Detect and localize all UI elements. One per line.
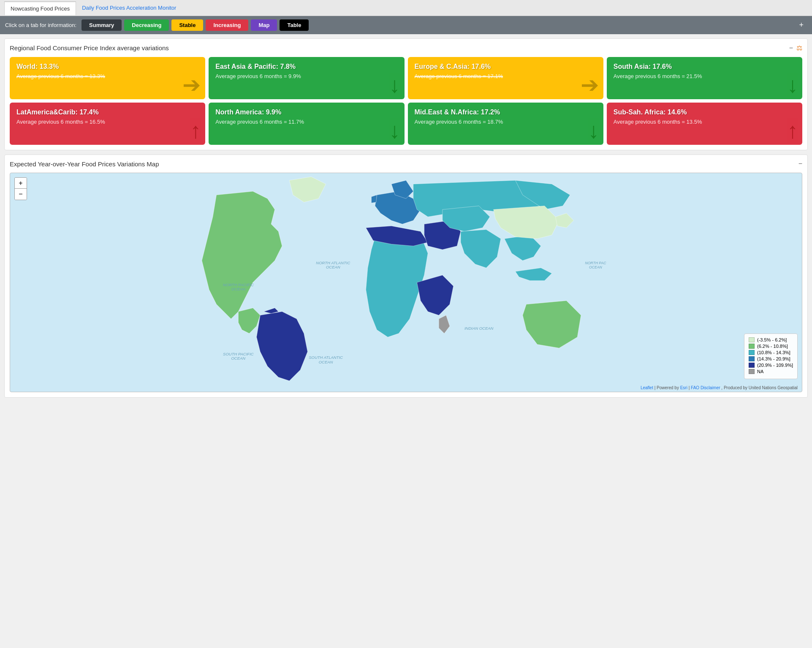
region-card-east-asia: East Asia & Pacific: 7.8% Average previo… (209, 57, 404, 99)
nav-tab-monitor[interactable]: Daily Food Prices Acceleration Monitor (76, 1, 182, 14)
tab-bar: Click on a tab for information: Summary … (0, 16, 812, 34)
tab-stable[interactable]: Stable (171, 19, 203, 31)
svg-text:OCEAN: OCEAN (589, 265, 602, 269)
legend-swatch-5 (749, 363, 755, 368)
svg-text:NORTH PACIFIC: NORTH PACIFIC (223, 282, 254, 287)
map-panel-controls: − (798, 160, 802, 168)
legend-item-1: (-3.5% - 6.2%] (749, 337, 793, 342)
legend-swatch-3 (749, 350, 755, 355)
svg-text:SOUTH ATLANTIC: SOUTH ATLANTIC (309, 355, 343, 360)
panel-controls: − ⚖ (789, 44, 802, 52)
map-legend: (-3.5% - 6.2%] (6.2% - 10.8%] (10.8% - 1… (744, 333, 798, 379)
tab-decreasing[interactable]: Decreasing (124, 19, 169, 31)
regional-panel: Regional Food Consumer Price Index avera… (4, 38, 808, 150)
region-name-north-america: North America: 9.9% (215, 108, 397, 116)
legend-item-2: (6.2% - 10.8%] (749, 344, 793, 349)
region-avg-world: Average previous 6 months = 13.3% (16, 73, 198, 79)
svg-text:OCEAN: OCEAN (231, 287, 245, 291)
legend-item-4: (14.3% - 20.9%] (749, 356, 793, 361)
legend-label-1: (-3.5% - 6.2%] (757, 337, 787, 342)
svg-text:OCEAN: OCEAN (319, 360, 333, 364)
minimize-icon[interactable]: − (789, 44, 793, 52)
map-minimize-icon[interactable]: − (798, 160, 802, 168)
region-avg-sub-sahara: Average previous 6 months = 13.5% (614, 119, 796, 125)
region-card-world: World: 13.3% Average previous 6 months =… (10, 57, 205, 99)
region-avg-north-america: Average previous 6 months = 11.7% (215, 119, 397, 125)
region-name-europe: Europe & C.Asia: 17.6% (415, 63, 597, 70)
map-zoom-controls: + − (14, 177, 27, 200)
map-container[interactable]: + − (10, 173, 802, 392)
esri-link[interactable]: Esri (680, 385, 687, 390)
map-panel-header: Expected Year-over-Year Food Prices Vari… (10, 160, 802, 168)
tab-bar-label: Click on a tab for information: (5, 22, 76, 28)
region-avg-mid-east: Average previous 6 months = 18.7% (415, 119, 597, 125)
top-navigation: Nowcasting Food Prices Daily Food Prices… (0, 0, 812, 16)
balance-icon[interactable]: ⚖ (796, 44, 802, 52)
leaflet-link[interactable]: Leaflet (641, 385, 653, 390)
regional-panel-title: Regional Food Consumer Price Index avera… (10, 44, 169, 52)
region-name-lat-america: LatAmerica&Carib: 17.4% (16, 108, 198, 116)
region-name-mid-east: Mid.East & N.Africa: 17.2% (415, 108, 597, 116)
map-panel: Expected Year-over-Year Food Prices Vari… (4, 155, 808, 398)
region-avg-europe: Average previous 6 months = 17.1% (415, 73, 597, 79)
regional-panel-header: Regional Food Consumer Price Index avera… (10, 44, 802, 52)
main-content: Regional Food Consumer Price Index avera… (0, 34, 812, 402)
tab-increasing[interactable]: Increasing (206, 19, 248, 31)
legend-label-4: (14.3% - 20.9%] (757, 356, 790, 361)
map-panel-title: Expected Year-over-Year Food Prices Vari… (10, 160, 159, 168)
legend-swatch-4 (749, 356, 755, 361)
region-card-sub-sahara: Sub-Sah. Africa: 14.6% Average previous … (607, 103, 802, 145)
region-name-world: World: 13.3% (16, 63, 198, 70)
legend-swatch-na (749, 369, 755, 374)
region-grid: World: 13.3% Average previous 6 months =… (10, 57, 802, 145)
svg-text:NORTH PAC: NORTH PAC (585, 261, 606, 265)
tab-table[interactable]: Table (280, 19, 309, 31)
fao-link[interactable]: FAO Disclaimer (691, 385, 720, 390)
zoom-out-button[interactable]: − (15, 189, 27, 200)
tab-map[interactable]: Map (251, 19, 277, 31)
region-card-south-asia: South Asia: 17.6% Average previous 6 mon… (607, 57, 802, 99)
legend-label-na: NA (757, 369, 763, 374)
region-name-sub-sahara: Sub-Sah. Africa: 14.6% (614, 108, 796, 116)
legend-label-5: (20.9% - 109.9%] (757, 363, 793, 368)
region-card-lat-america: LatAmerica&Carib: 17.4% Average previous… (10, 103, 205, 145)
legend-item-5: (20.9% - 109.9%] (749, 363, 793, 368)
region-name-south-asia: South Asia: 17.6% (614, 63, 796, 70)
zoom-in-button[interactable]: + (15, 178, 27, 189)
legend-item-na: NA (749, 369, 793, 374)
svg-text:OCEAN: OCEAN (231, 356, 245, 361)
tab-summary[interactable]: Summary (81, 19, 122, 31)
svg-text:NORTH ATLANTIC: NORTH ATLANTIC (316, 260, 350, 265)
region-avg-south-asia: Average previous 6 months = 21.5% (614, 73, 796, 79)
region-card-europe: Europe & C.Asia: 17.6% Average previous … (408, 57, 603, 99)
region-card-mid-east: Mid.East & N.Africa: 17.2% Average previ… (408, 103, 603, 145)
region-avg-lat-america: Average previous 6 months = 16.5% (16, 119, 198, 125)
region-avg-east-asia: Average previous 6 months = 9.9% (215, 73, 397, 79)
map-footer: Leaflet | Powered by Esri | FAO Disclaim… (641, 385, 798, 390)
region-card-north-america: North America: 9.9% Average previous 6 m… (209, 103, 404, 145)
svg-text:OCEAN: OCEAN (326, 265, 340, 269)
world-map-svg: NORTH PACIFIC OCEAN NORTH ATLANTIC OCEAN… (10, 173, 802, 392)
nav-tab-nowcasting[interactable]: Nowcasting Food Prices (4, 1, 76, 15)
svg-text:SOUTH PACIFIC: SOUTH PACIFIC (223, 352, 254, 356)
svg-text:INDIAN OCEAN: INDIAN OCEAN (464, 326, 494, 331)
legend-swatch-2 (749, 344, 755, 349)
tab-add-button[interactable]: + (796, 20, 807, 30)
legend-label-3: (10.8% - 14.3%] (757, 350, 790, 355)
legend-label-2: (6.2% - 10.8%] (757, 344, 788, 349)
region-name-east-asia: East Asia & Pacific: 7.8% (215, 63, 397, 70)
legend-swatch-1 (749, 337, 755, 342)
legend-item-3: (10.8% - 14.3%] (749, 350, 793, 355)
